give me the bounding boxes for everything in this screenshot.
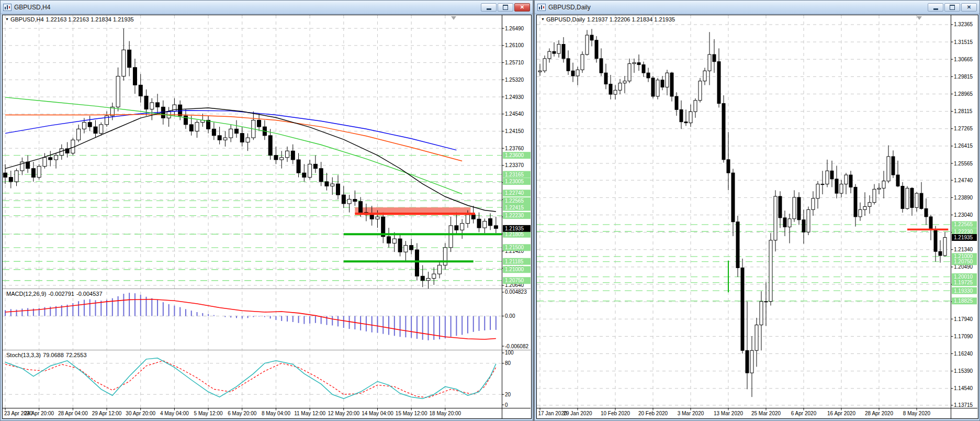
- svg-text:25 Mar 2020: 25 Mar 2020: [751, 411, 781, 416]
- stoch-label: Stoch(13,3,3): [6, 352, 41, 358]
- svg-text:1.16240: 1.16240: [954, 351, 973, 357]
- svg-text:1.24150: 1.24150: [505, 128, 524, 134]
- stoch-value-main: 79.0688: [43, 352, 64, 358]
- svg-text:80: 80: [505, 360, 511, 366]
- svg-text:1.29815: 1.29815: [954, 74, 973, 80]
- svg-text:1.21935: 1.21935: [505, 226, 524, 231]
- window-title: GBPUSD,Daily: [548, 4, 591, 11]
- svg-text:18 May 20:00: 18 May 20:00: [430, 411, 461, 416]
- macd-value-main: -0.002791: [48, 291, 74, 297]
- svg-text:1.22565: 1.22565: [954, 221, 973, 227]
- svg-text:1.15390: 1.15390: [954, 368, 973, 374]
- minimize-button[interactable]: [928, 3, 943, 12]
- svg-text:1.25710: 1.25710: [505, 60, 524, 65]
- svg-text:1.20750: 1.20750: [505, 278, 524, 283]
- chart-icon: [537, 4, 546, 11]
- collapse-arrow-icon[interactable]: ▼: [5, 17, 9, 21]
- svg-text:100: 100: [505, 350, 514, 356]
- svg-text:1.22230: 1.22230: [505, 213, 524, 218]
- svg-text:15 May 12:00: 15 May 12:00: [396, 411, 427, 416]
- close-button[interactable]: ✕: [961, 3, 977, 12]
- header-ohlc: 1.22163 1.22163 1.21834 1.21935: [46, 16, 134, 23]
- svg-text:1.21805: 1.21805: [505, 231, 524, 237]
- svg-text:1.21185: 1.21185: [505, 259, 524, 264]
- svg-text:1.23600: 1.23600: [505, 152, 524, 158]
- svg-text:1.26490: 1.26490: [505, 26, 524, 31]
- svg-text:1.22740: 1.22740: [505, 190, 524, 196]
- restore-button[interactable]: [944, 3, 960, 12]
- header-symbol: GBPUSD,Daily: [546, 16, 585, 23]
- header-symbol: GBPUSD,H4: [10, 16, 44, 23]
- ohlc-header-daily: ▼GBPUSD,Daily1.21937 1.22206 1.21834 1.2…: [541, 16, 677, 23]
- svg-text:5 May 12:00: 5 May 12:00: [194, 411, 223, 416]
- header-ohlc: 1.21937 1.22206 1.21834 1.21935: [587, 16, 675, 23]
- svg-text:1.30665: 1.30665: [954, 57, 973, 62]
- svg-text:1.23040: 1.23040: [954, 212, 973, 218]
- svg-text:1.13715: 1.13715: [954, 402, 973, 408]
- svg-text:1.26100: 1.26100: [505, 42, 524, 48]
- svg-text:12 May 20:00: 12 May 20:00: [328, 411, 359, 416]
- svg-text:1.20750: 1.20750: [954, 259, 973, 264]
- svg-text:1.24740: 1.24740: [954, 178, 973, 183]
- svg-text:29 Apr 12:00: 29 Apr 12:00: [92, 411, 122, 416]
- svg-text:1.20010: 1.20010: [954, 274, 973, 280]
- window-title: GBPUSD,H4: [14, 4, 50, 11]
- svg-text:1.17090: 1.17090: [954, 334, 973, 339]
- ohlc-header-h4: ▼GBPUSD,H41.22163 1.22163 1.21834 1.2193…: [5, 16, 136, 23]
- svg-text:1.19330: 1.19330: [954, 288, 973, 294]
- svg-text:6 Apr 2020: 6 Apr 2020: [791, 411, 817, 416]
- macd-label: MACD(12,26,9): [6, 291, 46, 297]
- svg-text:28 Apr 2020: 28 Apr 2020: [865, 411, 893, 416]
- svg-text:8 May 2020: 8 May 2020: [903, 411, 931, 416]
- svg-text:0.00: 0.00: [505, 313, 515, 319]
- svg-text:1.25320: 1.25320: [505, 77, 524, 83]
- svg-text:3 Mar 2020: 3 Mar 2020: [678, 411, 704, 416]
- svg-text:1.26415: 1.26415: [954, 143, 973, 149]
- svg-text:1.22415: 1.22415: [505, 205, 524, 210]
- stoch-header: Stoch(13,3,3)79.068872.2553: [6, 352, 89, 358]
- svg-text:20 Feb 2020: 20 Feb 2020: [638, 411, 668, 416]
- svg-text:1.21935: 1.21935: [954, 235, 973, 240]
- svg-text:30 Apr 20:00: 30 Apr 20:00: [126, 411, 155, 416]
- svg-text:1.23165: 1.23165: [505, 172, 524, 178]
- svg-text:1.19725: 1.19725: [954, 280, 973, 285]
- close-icon: ✕: [967, 5, 971, 10]
- svg-text:1.28115: 1.28115: [954, 108, 973, 114]
- macd-header: MACD(12,26,9)-0.002791-0.004537: [6, 291, 105, 297]
- titlebar-daily[interactable]: GBPUSD,Daily ✕: [535, 1, 979, 14]
- svg-text:1.23370: 1.23370: [505, 162, 524, 168]
- svg-text:28 Apr 04:00: 28 Apr 04:00: [58, 411, 88, 416]
- svg-text:11 May 12:00: 11 May 12:00: [294, 411, 325, 416]
- svg-text:13 Mar 2020: 13 Mar 2020: [714, 411, 744, 416]
- svg-text:1.21340: 1.21340: [954, 247, 973, 252]
- svg-text:1.23760: 1.23760: [505, 146, 524, 151]
- restore-icon: [950, 5, 955, 10]
- svg-text:0.004823: 0.004823: [505, 289, 527, 295]
- restore-button[interactable]: [498, 3, 513, 12]
- svg-text:6 May 20:00: 6 May 20:00: [228, 411, 256, 416]
- svg-text:1.23890: 1.23890: [954, 195, 973, 201]
- macd-value-signal: -0.004537: [76, 291, 103, 297]
- svg-text:1.18825: 1.18825: [954, 298, 973, 304]
- chart-canvas[interactable]: 0.0048230.00-0.006082100802001.264901.26…: [0, 0, 980, 421]
- svg-text:1.23005: 1.23005: [505, 179, 524, 184]
- svg-text:29 Jan 2020: 29 Jan 2020: [563, 411, 592, 416]
- svg-text:10 Feb 2020: 10 Feb 2020: [601, 411, 630, 416]
- svg-text:20: 20: [505, 392, 511, 397]
- close-button[interactable]: ✕: [514, 3, 530, 12]
- svg-text:0: 0: [505, 402, 508, 408]
- svg-text:1.14540: 1.14540: [954, 385, 973, 391]
- svg-text:24 Apr 20:00: 24 Apr 20:00: [24, 411, 54, 416]
- svg-text:1.24540: 1.24540: [505, 111, 524, 117]
- minimize-icon: [487, 8, 491, 10]
- collapse-arrow-icon[interactable]: ▼: [541, 17, 545, 21]
- minimize-button[interactable]: [481, 3, 497, 12]
- svg-text:1.22565: 1.22565: [505, 198, 524, 204]
- svg-text:1.31515: 1.31515: [954, 39, 973, 45]
- svg-text:1.25565: 1.25565: [954, 161, 973, 167]
- titlebar-h4[interactable]: GBPUSD,H4 ✕: [1, 1, 533, 14]
- stoch-value-signal: 72.2553: [66, 352, 87, 358]
- svg-text:4 May 04:00: 4 May 04:00: [160, 411, 189, 416]
- svg-text:1.21000: 1.21000: [505, 267, 524, 272]
- restore-icon: [503, 5, 508, 10]
